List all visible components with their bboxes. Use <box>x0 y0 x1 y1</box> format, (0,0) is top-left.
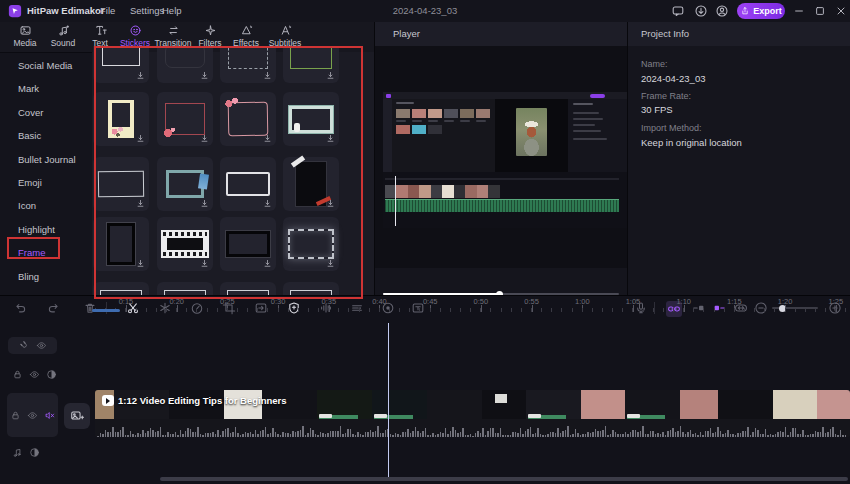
sticker-category-sidebar: Social MediaMarkCoverBasicBullet Journal… <box>0 53 92 295</box>
clip-thumbnail <box>680 390 718 419</box>
sticker-frame-white-sketch[interactable] <box>93 157 149 211</box>
sticker-frame-red-floral[interactable] <box>157 92 213 146</box>
export-button[interactable]: Export <box>737 3 785 19</box>
app-logo-icon <box>8 4 22 18</box>
video-clip[interactable]: 1:12 Video Editing Tips for Beginners <box>95 390 850 437</box>
filters-icon <box>204 24 217 37</box>
audio-muted-icon[interactable] <box>44 410 55 421</box>
media-icon <box>19 24 32 37</box>
sidebar-item-emoji[interactable]: Emoji <box>18 171 42 194</box>
add-media-button[interactable] <box>64 403 90 429</box>
download-sticker-icon[interactable] <box>199 133 210 144</box>
sticker-frame-white-thin[interactable] <box>93 46 149 83</box>
text-icon <box>94 24 107 37</box>
clip-thumbnail <box>581 390 625 419</box>
lock-icon[interactable] <box>12 369 23 380</box>
sidebar-item-bullet-journal[interactable]: Bullet Journal <box>18 148 76 171</box>
maximize-button[interactable] <box>814 5 826 17</box>
sidebar-item-mark[interactable]: Mark <box>18 77 39 100</box>
effects-icon <box>240 24 253 37</box>
clip-thumbnail <box>817 390 850 419</box>
eye-icon[interactable] <box>29 369 40 380</box>
sticker-frame-filmstrip[interactable] <box>157 217 213 271</box>
image-plus-icon <box>70 409 84 423</box>
sticker-frame-black-film[interactable] <box>283 157 339 211</box>
stickers-icon <box>129 24 142 37</box>
sticker-frame-white-rough[interactable] <box>220 157 276 211</box>
download-sticker-icon[interactable] <box>325 133 336 144</box>
info-label: Import Method: <box>641 123 702 133</box>
timeline-horizontal-scrollbar[interactable] <box>160 477 848 481</box>
app-name: HitPaw Edimakor <box>27 5 105 16</box>
sticker-grid <box>92 46 362 296</box>
clip-title-overlay: 1:12 Video Editing Tips for Beginners <box>102 395 287 406</box>
menu-settings[interactable]: Settings <box>130 5 164 16</box>
sticker-frame-green[interactable] <box>283 46 339 83</box>
download-sticker-icon[interactable] <box>135 133 146 144</box>
sticker-frame-white-burst[interactable] <box>283 217 339 271</box>
undo-icon[interactable] <box>13 301 27 315</box>
transition-icon <box>167 24 180 37</box>
sticker-track-header <box>8 337 57 354</box>
sidebar-item-social-media[interactable]: Social Media <box>18 54 72 77</box>
sticker-frame-yellow[interactable] <box>93 92 149 146</box>
sticker-frame-partial[interactable] <box>93 282 149 296</box>
sidebar-item-bling[interactable]: Bling <box>18 265 39 288</box>
download-sticker-icon[interactable] <box>325 198 336 209</box>
minimize-button[interactable] <box>793 5 805 17</box>
download-sticker-icon[interactable] <box>262 198 273 209</box>
clip-audio-waveform <box>95 419 850 437</box>
sticker-frame-teal-photo[interactable] <box>283 92 339 146</box>
magnet-icon[interactable] <box>19 340 30 351</box>
app-window: HitPaw Edimakor FileSettingsHelp 2024-04… <box>0 0 850 484</box>
player-stage: 00:40:04 / 01:22:28 16:9 ▾ <box>375 46 627 268</box>
sticker-frame-pink-sketch[interactable] <box>220 92 276 146</box>
sidebar-item-cover[interactable]: Cover <box>18 101 43 124</box>
download-sticker-icon[interactable] <box>135 198 146 209</box>
contrast-icon[interactable] <box>46 369 57 380</box>
download-sticker-icon[interactable] <box>262 258 273 269</box>
sticker-frame-teal-tape[interactable] <box>157 157 213 211</box>
menu-file[interactable]: File <box>100 5 115 16</box>
download-sticker-icon[interactable] <box>262 133 273 144</box>
sticker-frame-black-vert[interactable] <box>93 217 149 271</box>
info-value: 2024-04-23_03 <box>641 73 705 84</box>
eye-icon[interactable] <box>36 340 47 351</box>
account-icon[interactable] <box>715 4 729 18</box>
download-icon[interactable] <box>694 4 708 18</box>
contrast-icon[interactable] <box>29 447 40 458</box>
sidebar-item-basic[interactable]: Basic <box>18 124 41 147</box>
sticker-frame-partial[interactable] <box>283 282 339 296</box>
redo-icon[interactable] <box>47 301 61 315</box>
playhead[interactable] <box>388 323 389 477</box>
sidebar-item-frame[interactable]: Frame <box>18 241 45 264</box>
clip-thumbnail <box>526 390 581 419</box>
eye-icon[interactable] <box>27 410 38 421</box>
timeline-section: 0:150:200:250:300:350:400:450:500:551:00… <box>0 295 850 484</box>
close-button[interactable] <box>835 5 847 17</box>
sticker-frame-dashed[interactable] <box>220 46 276 83</box>
preview-info-panel <box>568 99 627 172</box>
download-sticker-icon[interactable] <box>199 70 210 81</box>
menu-help[interactable]: Help <box>162 5 182 16</box>
download-sticker-icon[interactable] <box>135 258 146 269</box>
feedback-icon[interactable] <box>671 4 685 18</box>
download-sticker-icon[interactable] <box>325 70 336 81</box>
download-sticker-icon[interactable] <box>325 258 336 269</box>
download-sticker-icon[interactable] <box>199 198 210 209</box>
download-sticker-icon[interactable] <box>262 70 273 81</box>
video-track-header <box>7 393 58 437</box>
player-header: Player <box>375 22 627 46</box>
sticker-frame-dark-curve[interactable] <box>157 46 213 83</box>
sidebar-item-icon[interactable]: Icon <box>18 194 36 217</box>
lock-icon[interactable] <box>10 410 21 421</box>
preview-titlebar <box>383 92 627 99</box>
download-sticker-icon[interactable] <box>135 70 146 81</box>
sticker-frame-black-rough[interactable] <box>220 217 276 271</box>
sticker-frame-partial[interactable] <box>157 282 213 296</box>
sticker-frame-partial[interactable] <box>220 282 276 296</box>
download-sticker-icon[interactable] <box>199 258 210 269</box>
sidebar-item-highlight[interactable]: Highlight <box>18 218 55 241</box>
play-badge-icon <box>102 395 114 406</box>
note-icon[interactable] <box>12 447 23 458</box>
